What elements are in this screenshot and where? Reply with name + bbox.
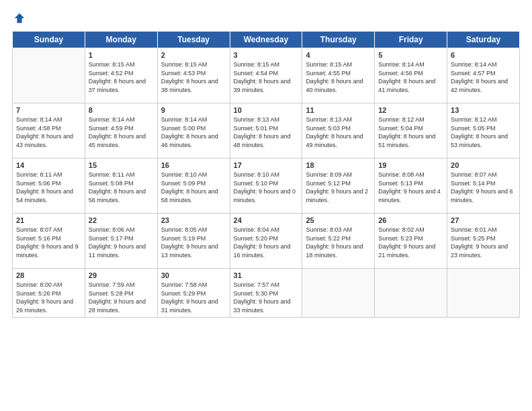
cal-cell: 16 Sunrise: 8:10 AMSunset: 5:09 PMDaylig… xyxy=(157,158,230,214)
cell-date: 13 xyxy=(451,106,516,114)
cal-cell: 23 Sunrise: 8:05 AMSunset: 5:19 PMDaylig… xyxy=(157,214,230,269)
cal-cell: 6 Sunrise: 8:14 AMSunset: 4:57 PMDayligh… xyxy=(447,48,520,103)
cal-cell xyxy=(13,48,85,103)
cell-date: 28 xyxy=(16,271,81,279)
cal-cell: 8 Sunrise: 8:14 AMSunset: 4:59 PMDayligh… xyxy=(85,103,157,158)
cell-date: 19 xyxy=(378,161,443,169)
cal-cell: 26 Sunrise: 8:02 AMSunset: 5:23 PMDaylig… xyxy=(375,214,447,269)
cell-info: Sunrise: 8:11 AMSunset: 5:06 PMDaylight:… xyxy=(16,171,81,204)
cell-date: 17 xyxy=(234,161,299,169)
cell-date: 3 xyxy=(234,51,299,59)
cell-info: Sunrise: 8:01 AMSunset: 5:25 PMDaylight:… xyxy=(451,226,516,259)
cell-date: 25 xyxy=(306,216,371,224)
cal-cell: 12 Sunrise: 8:12 AMSunset: 5:04 PMDaylig… xyxy=(375,103,447,158)
cal-cell: 22 Sunrise: 8:06 AMSunset: 5:17 PMDaylig… xyxy=(85,214,157,269)
cell-date: 27 xyxy=(451,216,516,224)
cal-cell xyxy=(447,269,520,318)
cal-cell: 31 Sunrise: 7:57 AMSunset: 5:30 PMDaylig… xyxy=(230,269,302,318)
cal-cell: 21 Sunrise: 8:07 AMSunset: 5:16 PMDaylig… xyxy=(13,214,85,269)
cell-date: 26 xyxy=(378,216,443,224)
cell-info: Sunrise: 8:15 AMSunset: 4:54 PMDaylight:… xyxy=(234,60,299,94)
cell-info: Sunrise: 8:03 AMSunset: 5:22 PMDaylight:… xyxy=(306,226,371,259)
cal-cell: 14 Sunrise: 8:11 AMSunset: 5:06 PMDaylig… xyxy=(13,158,85,214)
cell-date: 2 xyxy=(161,51,226,59)
cell-info: Sunrise: 8:07 AMSunset: 5:16 PMDaylight:… xyxy=(16,226,81,259)
day-header-sunday: Sunday xyxy=(13,32,85,48)
cal-cell: 13 Sunrise: 8:12 AMSunset: 5:05 PMDaylig… xyxy=(447,103,520,158)
cell-date: 22 xyxy=(89,216,154,224)
cal-cell: 10 Sunrise: 8:13 AMSunset: 5:01 PMDaylig… xyxy=(230,103,302,158)
cal-cell xyxy=(302,269,375,318)
cal-cell: 30 Sunrise: 7:58 AMSunset: 5:29 PMDaylig… xyxy=(157,269,230,318)
cell-date: 6 xyxy=(451,51,516,59)
cal-cell: 28 Sunrise: 8:00 AMSunset: 5:26 PMDaylig… xyxy=(13,269,85,318)
cell-info: Sunrise: 8:13 AMSunset: 5:01 PMDaylight:… xyxy=(234,116,299,149)
cell-date: 8 xyxy=(89,106,154,114)
svg-marker-0 xyxy=(15,13,24,23)
cell-date: 1 xyxy=(89,51,154,59)
day-header-saturday: Saturday xyxy=(447,32,520,48)
cell-info: Sunrise: 8:11 AMSunset: 5:08 PMDaylight:… xyxy=(89,171,154,204)
cal-cell: 2 Sunrise: 8:15 AMSunset: 4:53 PMDayligh… xyxy=(157,48,230,103)
cell-date: 7 xyxy=(16,106,81,114)
cal-cell: 17 Sunrise: 8:10 AMSunset: 5:10 PMDaylig… xyxy=(230,158,302,214)
logo xyxy=(12,12,26,24)
day-header-tuesday: Tuesday xyxy=(157,32,230,48)
cell-date: 30 xyxy=(161,271,226,279)
cal-cell: 29 Sunrise: 7:59 AMSunset: 5:28 PMDaylig… xyxy=(85,269,157,318)
cell-info: Sunrise: 8:07 AMSunset: 5:14 PMDaylight:… xyxy=(451,171,516,204)
cell-info: Sunrise: 8:10 AMSunset: 5:10 PMDaylight:… xyxy=(234,171,299,204)
cell-info: Sunrise: 8:13 AMSunset: 5:03 PMDaylight:… xyxy=(306,116,371,149)
cell-info: Sunrise: 8:06 AMSunset: 5:17 PMDaylight:… xyxy=(89,226,154,259)
cal-cell: 3 Sunrise: 8:15 AMSunset: 4:54 PMDayligh… xyxy=(230,48,302,103)
day-header-friday: Friday xyxy=(375,32,447,48)
cell-date: 21 xyxy=(16,216,81,224)
cell-info: Sunrise: 8:14 AMSunset: 5:00 PMDaylight:… xyxy=(161,116,226,149)
cell-info: Sunrise: 8:05 AMSunset: 5:19 PMDaylight:… xyxy=(161,226,226,259)
cell-date: 29 xyxy=(89,271,154,279)
cell-date: 10 xyxy=(234,106,299,114)
cal-cell: 20 Sunrise: 8:07 AMSunset: 5:14 PMDaylig… xyxy=(447,158,520,214)
cell-date: 5 xyxy=(378,51,443,59)
cell-info: Sunrise: 7:57 AMSunset: 5:30 PMDaylight:… xyxy=(234,281,299,314)
cell-info: Sunrise: 8:04 AMSunset: 5:20 PMDaylight:… xyxy=(234,226,299,259)
cal-cell: 9 Sunrise: 8:14 AMSunset: 5:00 PMDayligh… xyxy=(157,103,230,158)
cal-cell: 18 Sunrise: 8:09 AMSunset: 5:12 PMDaylig… xyxy=(302,158,375,214)
day-header-monday: Monday xyxy=(85,32,157,48)
cell-info: Sunrise: 8:14 AMSunset: 4:57 PMDaylight:… xyxy=(451,60,516,94)
cell-info: Sunrise: 8:02 AMSunset: 5:23 PMDaylight:… xyxy=(378,226,443,259)
cell-date: 20 xyxy=(451,161,516,169)
cell-date: 15 xyxy=(89,161,154,169)
cal-cell: 4 Sunrise: 8:15 AMSunset: 4:55 PMDayligh… xyxy=(302,48,375,103)
cal-cell: 1 Sunrise: 8:15 AMSunset: 4:52 PMDayligh… xyxy=(85,48,157,103)
cell-info: Sunrise: 8:08 AMSunset: 5:13 PMDaylight:… xyxy=(378,171,443,204)
cell-info: Sunrise: 8:09 AMSunset: 5:12 PMDaylight:… xyxy=(306,171,371,204)
cell-date: 12 xyxy=(378,106,443,114)
cell-info: Sunrise: 7:59 AMSunset: 5:28 PMDaylight:… xyxy=(89,281,154,314)
cell-info: Sunrise: 8:14 AMSunset: 4:56 PMDaylight:… xyxy=(378,60,443,94)
cell-date: 14 xyxy=(16,161,81,169)
cell-date: 31 xyxy=(234,271,299,279)
calendar-table: SundayMondayTuesdayWednesdayThursdayFrid… xyxy=(12,31,520,318)
cal-cell: 15 Sunrise: 8:11 AMSunset: 5:08 PMDaylig… xyxy=(85,158,157,214)
cal-cell: 19 Sunrise: 8:08 AMSunset: 5:13 PMDaylig… xyxy=(375,158,447,214)
cell-date: 24 xyxy=(234,216,299,224)
cell-info: Sunrise: 8:15 AMSunset: 4:55 PMDaylight:… xyxy=(306,60,371,94)
cell-info: Sunrise: 8:14 AMSunset: 4:58 PMDaylight:… xyxy=(16,116,81,149)
cell-date: 18 xyxy=(306,161,371,169)
day-header-thursday: Thursday xyxy=(302,32,375,48)
cal-cell: 11 Sunrise: 8:13 AMSunset: 5:03 PMDaylig… xyxy=(302,103,375,158)
cal-cell xyxy=(375,269,447,318)
cal-cell: 25 Sunrise: 8:03 AMSunset: 5:22 PMDaylig… xyxy=(302,214,375,269)
cell-date: 23 xyxy=(161,216,226,224)
cal-cell: 5 Sunrise: 8:14 AMSunset: 4:56 PMDayligh… xyxy=(375,48,447,103)
cell-info: Sunrise: 8:00 AMSunset: 5:26 PMDaylight:… xyxy=(16,281,81,314)
page: SundayMondayTuesdayWednesdayThursdayFrid… xyxy=(0,0,532,411)
cell-info: Sunrise: 8:12 AMSunset: 5:05 PMDaylight:… xyxy=(451,116,516,149)
cell-info: Sunrise: 8:14 AMSunset: 4:59 PMDaylight:… xyxy=(89,116,154,149)
cell-date: 16 xyxy=(161,161,226,169)
cell-date: 4 xyxy=(306,51,371,59)
cell-info: Sunrise: 8:12 AMSunset: 5:04 PMDaylight:… xyxy=(378,116,443,149)
cell-info: Sunrise: 8:15 AMSunset: 4:52 PMDaylight:… xyxy=(89,60,154,94)
cal-cell: 7 Sunrise: 8:14 AMSunset: 4:58 PMDayligh… xyxy=(13,103,85,158)
